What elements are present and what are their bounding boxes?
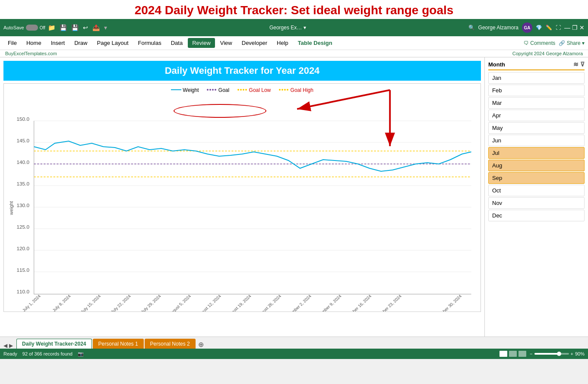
zoom-level: 90% xyxy=(575,351,585,356)
chart-svg: 150.0 145.0 140.0 135.0 130.0 125.0 120.… xyxy=(4,100,481,312)
svg-text:August 12, 2024: August 12, 2024 xyxy=(196,294,222,312)
zoom-slider[interactable] xyxy=(534,353,569,355)
menu-review[interactable]: Review xyxy=(188,38,215,48)
camera-icon[interactable]: 📷 xyxy=(78,351,84,357)
sidebar-item-aug[interactable]: Aug xyxy=(488,160,585,171)
menu-developer[interactable]: Developer xyxy=(237,38,272,48)
filter-icon[interactable]: ⊽ xyxy=(580,61,585,68)
sidebar: Month ≋ ⊽ Jan Feb Mar Apr May Jun Jul Au… xyxy=(484,57,588,337)
svg-point-4 xyxy=(215,89,217,91)
svg-text:120.0: 120.0 xyxy=(16,246,29,251)
x-axis-group: July 1, 2024 July 8, 2024 July 15, 2024 … xyxy=(21,293,463,312)
y-axis-group: 150.0 145.0 140.0 135.0 130.0 125.0 120.… xyxy=(9,116,471,294)
svg-text:September 23, 2024: September 23, 2024 xyxy=(371,294,403,312)
zoom-slider-thumb[interactable] xyxy=(557,352,561,356)
sidebar-item-oct[interactable]: Oct xyxy=(488,185,585,196)
fullscreen-icon[interactable]: ⛶ xyxy=(556,25,561,31)
sidebar-item-sep[interactable]: Sep xyxy=(488,172,585,184)
menu-draw[interactable]: Draw xyxy=(70,38,92,48)
pen-icon[interactable]: ✏️ xyxy=(546,25,552,31)
menu-file[interactable]: File xyxy=(3,38,21,48)
status-ready: Ready xyxy=(3,351,17,356)
share-button[interactable]: 🔗 Share ▾ xyxy=(559,40,585,46)
excel-toolbar: AutoSave Off 📁 💾 💾 ↩ 📤 ▾ Georges Ex… ▾ 🔍… xyxy=(0,19,588,36)
menu-data[interactable]: Data xyxy=(167,38,187,48)
upload-icon[interactable]: 📤 xyxy=(92,24,100,31)
svg-text:July 15, 2024: July 15, 2024 xyxy=(80,293,102,312)
file-name-display[interactable]: Georges Ex… ▾ xyxy=(110,25,466,31)
tab-navigation[interactable]: ◀ ▶ xyxy=(3,343,13,349)
restore-button[interactable]: ❐ xyxy=(572,24,578,31)
sidebar-item-jul[interactable]: Jul xyxy=(488,147,585,159)
svg-point-12 xyxy=(287,89,288,91)
menu-formulas[interactable]: Formulas xyxy=(134,38,166,48)
svg-point-10 xyxy=(281,89,283,91)
svg-text:September 16, 2024: September 16, 2024 xyxy=(341,294,373,312)
menu-help[interactable]: Help xyxy=(272,38,293,48)
svg-point-6 xyxy=(240,89,242,91)
zoom-minus-button[interactable]: − xyxy=(530,351,532,356)
menu-page-layout[interactable]: Page Layout xyxy=(93,38,133,48)
search-icon[interactable]: 🔍 xyxy=(468,25,475,31)
menu-insert[interactable]: Insert xyxy=(47,38,70,48)
svg-text:125.0: 125.0 xyxy=(16,224,29,230)
view-icons xyxy=(499,351,526,357)
autosave-toggle[interactable] xyxy=(26,25,38,31)
branding-row: BuyExcelTemplates.com Copyright 2024 Geo… xyxy=(0,50,588,57)
sidebar-title: Month xyxy=(488,61,505,68)
brand-left: BuyExcelTemplates.com xyxy=(5,51,57,56)
tab-next-icon[interactable]: ▶ xyxy=(9,343,13,349)
sidebar-item-jan[interactable]: Jan xyxy=(488,72,585,84)
menu-home[interactable]: Home xyxy=(22,38,46,48)
view-normal-icon[interactable] xyxy=(499,351,507,357)
menu-view[interactable]: View xyxy=(216,38,237,48)
undo-icon[interactable]: ↩ xyxy=(83,24,88,31)
tab-add-button[interactable]: ⊕ xyxy=(196,340,205,349)
svg-text:110.0: 110.0 xyxy=(16,289,29,294)
sidebar-item-apr[interactable]: Apr xyxy=(488,110,585,121)
legend-weight: Weight xyxy=(171,87,199,93)
tab-personal-notes-2[interactable]: Personal Notes 2 xyxy=(145,339,196,349)
menu-table-design[interactable]: Table Design xyxy=(294,38,337,48)
svg-text:140.0: 140.0 xyxy=(16,160,29,165)
view-page-icon[interactable] xyxy=(518,351,526,357)
minimize-button[interactable]: — xyxy=(564,24,570,31)
user-avatar: GA xyxy=(522,22,532,33)
svg-text:115.0: 115.0 xyxy=(16,268,29,273)
sidebar-item-nov[interactable]: Nov xyxy=(488,197,585,209)
svg-text:135.0: 135.0 xyxy=(16,181,29,186)
svg-point-9 xyxy=(279,89,281,91)
comments-button[interactable]: 🗨 Comments xyxy=(524,40,555,46)
status-bar: Ready 92 of 366 records found 📷 − + 90% xyxy=(0,349,588,359)
close-button[interactable]: ✕ xyxy=(579,24,585,31)
view-layout-icon[interactable] xyxy=(509,351,517,357)
toolbar-right: 🔍 George Alzamora GA 💎 ✏️ ⛶ — ❐ ✕ xyxy=(468,22,585,33)
save2-icon[interactable]: 💾 xyxy=(71,24,79,31)
zoom-plus-button[interactable]: + xyxy=(571,351,573,356)
svg-point-2 xyxy=(210,89,212,91)
save-icon[interactable]: 💾 xyxy=(60,24,67,31)
zoom-slider-fill xyxy=(534,353,559,355)
window-controls[interactable]: — ❐ ✕ xyxy=(564,24,585,31)
folder-icon[interactable]: 📁 xyxy=(48,24,55,31)
svg-text:July 29, 2024: July 29, 2024 xyxy=(140,293,162,312)
chart-title: Daily Weight Tracker for Year 2024 xyxy=(3,61,481,81)
sidebar-filter-icons[interactable]: ≋ ⊽ xyxy=(573,61,585,68)
tab-prev-icon[interactable]: ◀ xyxy=(3,343,7,349)
sidebar-item-mar[interactable]: Mar xyxy=(488,97,585,109)
svg-text:150.0: 150.0 xyxy=(16,116,29,122)
svg-text:weight: weight xyxy=(9,201,14,215)
sidebar-item-dec[interactable]: Dec xyxy=(488,210,585,221)
sidebar-item-jun[interactable]: Jun xyxy=(488,135,585,146)
tab-personal-notes-1[interactable]: Personal Notes 1 xyxy=(93,339,144,349)
chart-area: Daily Weight Tracker for Year 2024 Weigh… xyxy=(0,57,484,337)
sort-icon[interactable]: ≋ xyxy=(573,61,579,68)
sidebar-item-feb[interactable]: Feb xyxy=(488,85,585,96)
tab-daily-weight-tracker[interactable]: Daily Weight Tracker-2024 xyxy=(16,339,92,349)
svg-text:July 8, 2024: July 8, 2024 xyxy=(51,293,72,312)
chart-legend: Weight Goal xyxy=(171,87,313,93)
toolbar-icons: 📁 💾 💾 ↩ 📤 ▾ xyxy=(48,24,107,31)
page-title: 2024 Daily Weight Tracker: Set ideal wei… xyxy=(0,0,588,19)
sidebar-item-may[interactable]: May xyxy=(488,122,585,134)
legend-goal-low: Goal Low xyxy=(237,87,271,93)
